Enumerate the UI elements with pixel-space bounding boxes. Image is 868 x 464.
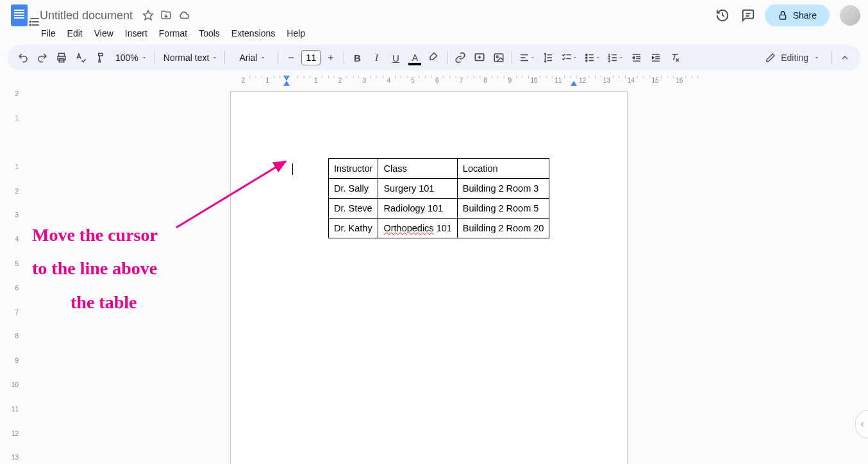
svg-point-50 [30, 24, 31, 26]
underline-button[interactable]: U [387, 49, 405, 67]
chevron-down-icon [814, 54, 820, 61]
svg-rect-13 [495, 54, 504, 62]
svg-point-14 [497, 56, 499, 58]
table-cell[interactable]: Dr. Kathy [329, 219, 378, 238]
avatar[interactable] [840, 5, 860, 26]
paragraph-style-dropdown[interactable]: Normal text [158, 49, 221, 67]
highlight-color-button[interactable] [425, 49, 443, 67]
font-size-input[interactable] [301, 50, 321, 65]
table-row[interactable]: Dr. Kathy Orthopedics 101 Building 2 Roo… [329, 219, 549, 238]
table-cell[interactable]: Building 2 Room 3 [457, 179, 549, 199]
menu-extensions[interactable]: Extensions [226, 26, 280, 41]
share-button[interactable]: Share [765, 4, 830, 26]
svg-text:3: 3 [608, 59, 611, 63]
table-cell[interactable]: Location [457, 159, 549, 179]
collapse-toolbar-button[interactable] [836, 49, 854, 67]
menu-edit[interactable]: Edit [62, 26, 88, 41]
ruler-container: 2112345678910111213141516 [0, 76, 868, 86]
toolbar: 100% Normal text Arial B I U A 123 Editi… [8, 45, 860, 70]
paint-format-button[interactable] [91, 49, 109, 67]
pencil-icon [765, 53, 776, 63]
bold-button[interactable]: B [348, 49, 366, 67]
svg-point-24 [586, 54, 587, 55]
insert-link-button[interactable] [451, 49, 469, 67]
align-dropdown[interactable] [516, 49, 538, 67]
table-cell[interactable]: Orthopedics 101 [378, 219, 457, 238]
cloud-status-icon[interactable] [178, 9, 190, 22]
menubar: File Edit View Insert Format Tools Exten… [0, 26, 868, 45]
document-page[interactable]: Instructor Class Location Dr. Sally Surg… [230, 91, 628, 464]
checklist-button[interactable] [558, 49, 580, 67]
add-comment-button[interactable] [471, 49, 488, 67]
spellcheck-button[interactable] [72, 49, 90, 67]
text-cursor [292, 163, 293, 175]
menu-insert[interactable]: Insert [120, 26, 153, 41]
table-cell[interactable]: Instructor [329, 159, 378, 179]
table-row[interactable]: Dr. Sally Surgery 101 Building 2 Room 3 [329, 179, 549, 199]
document-outline-button[interactable] [26, 13, 44, 31]
increase-indent-button[interactable] [647, 49, 665, 67]
document-title[interactable]: Untitled document [36, 8, 137, 24]
table-cell[interactable]: Building 2 Room 5 [457, 199, 549, 219]
svg-point-26 [586, 57, 587, 58]
first-line-indent-marker[interactable] [283, 76, 290, 81]
history-icon[interactable] [714, 6, 731, 24]
insert-image-button[interactable] [490, 49, 508, 67]
zoom-dropdown[interactable]: 100% [110, 49, 150, 67]
lock-icon [778, 10, 788, 21]
table-cell[interactable]: Radiology 101 [378, 199, 457, 219]
font-dropdown[interactable]: Arial [229, 49, 274, 67]
svg-point-28 [586, 60, 587, 61]
star-icon[interactable] [142, 9, 154, 22]
svg-point-49 [30, 21, 31, 22]
undo-button[interactable] [14, 49, 32, 67]
menu-help[interactable]: Help [281, 26, 310, 41]
editing-mode-dropdown[interactable]: Editing [758, 49, 828, 67]
menu-format[interactable]: Format [154, 26, 192, 41]
vertical-ruler[interactable]: 2112345678910111213141516 [0, 86, 24, 464]
redo-button[interactable] [33, 49, 51, 67]
right-indent-marker[interactable] [571, 81, 577, 86]
comments-icon[interactable] [739, 6, 757, 24]
move-icon[interactable] [160, 9, 172, 22]
numbered-list-button[interactable]: 123 [605, 49, 626, 67]
increase-font-size-button[interactable] [322, 49, 340, 67]
line-spacing-button[interactable] [539, 49, 557, 67]
table-row[interactable]: Dr. Steve Radiology 101 Building 2 Room … [329, 199, 549, 219]
main-area: 2112345678910111213141516 Instructor Cla… [0, 86, 868, 464]
table-cell[interactable]: Class [378, 159, 457, 179]
horizontal-ruler[interactable]: 2112345678910111213141516 [24, 76, 868, 86]
print-button[interactable] [53, 49, 71, 67]
table-cell[interactable]: Dr. Sally [329, 179, 378, 199]
canvas[interactable]: Instructor Class Location Dr. Sally Surg… [24, 86, 868, 464]
share-label: Share [793, 10, 817, 21]
clear-formatting-button[interactable] [666, 49, 684, 67]
menu-tools[interactable]: Tools [194, 26, 225, 41]
table-cell[interactable]: Building 2 Room 20 [457, 219, 549, 238]
titlebar: Untitled document Share [0, 0, 868, 26]
decrease-font-size-button[interactable] [282, 49, 300, 67]
document-table[interactable]: Instructor Class Location Dr. Sally Surg… [328, 158, 549, 238]
decrease-indent-button[interactable] [628, 49, 646, 67]
text-color-button[interactable]: A [406, 49, 424, 67]
left-indent-marker[interactable] [283, 81, 290, 86]
svg-marker-0 [144, 11, 153, 20]
table-cell[interactable]: Surgery 101 [378, 179, 457, 199]
bulleted-list-button[interactable] [581, 49, 603, 67]
table-row[interactable]: Instructor Class Location [329, 159, 549, 179]
menu-view[interactable]: View [89, 26, 119, 41]
table-cell[interactable]: Dr. Steve [329, 199, 378, 219]
italic-button[interactable]: I [367, 49, 385, 67]
svg-rect-3 [780, 15, 785, 19]
